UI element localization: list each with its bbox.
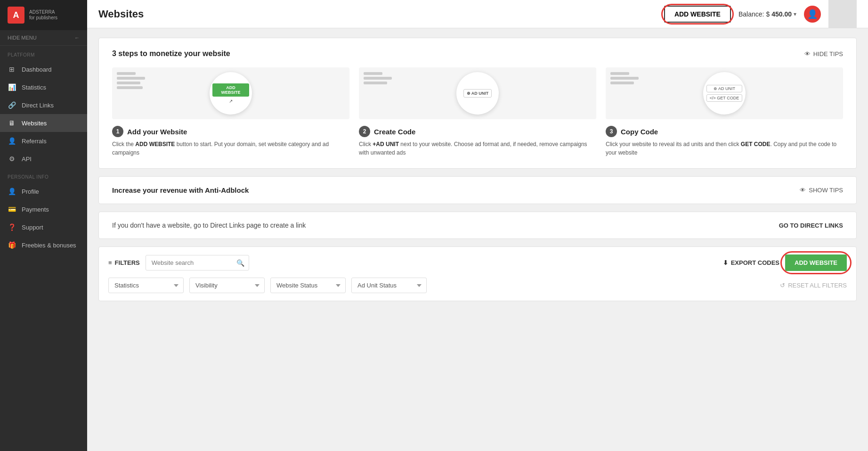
direct-links-icon: 🔗: [8, 101, 16, 109]
freebies-icon: 🎁: [8, 241, 16, 249]
profile-icon: 👤: [8, 188, 16, 195]
step-3-number-row: 3 Copy Code: [606, 126, 658, 137]
logo-icon: A: [8, 7, 24, 24]
step-2-name: Create Code: [374, 128, 415, 136]
sidebar-section-platform: PLATFORM ⊞ Dashboard 📊 Statistics 🔗 Dire…: [0, 46, 87, 168]
arrow-left-icon: ←: [74, 35, 80, 41]
hide-menu-button[interactable]: HIDE MENU ←: [0, 30, 87, 46]
logo-text: ADSTERRA for publishers: [29, 9, 57, 21]
page-title: Websites: [98, 8, 657, 20]
dropdowns-row: Statistics Visibility Website Status Ad …: [108, 278, 847, 293]
referrals-icon: 👤: [8, 137, 16, 145]
sidebar-item-payments[interactable]: 💳 Payments: [0, 200, 87, 218]
step-1-circle-content: ADD WEBSITE ↗: [210, 81, 252, 107]
step-2-circle-content: ⊕ AD UNIT: [461, 86, 495, 100]
tips-header: 3 steps to monetize your website 👁 HIDE …: [112, 49, 843, 58]
go-to-direct-links-button[interactable]: GO TO DIRECT LINKS: [779, 222, 843, 229]
direct-links-card: If you don't have a website, go to Direc…: [98, 212, 857, 239]
visibility-dropdown[interactable]: Visibility: [189, 278, 265, 293]
step-1-illustration: ADD WEBSITE ↗: [112, 67, 349, 119]
step-2-illustration: ⊕ AD UNIT: [359, 67, 596, 119]
sidebar-item-label: Payments: [22, 206, 49, 213]
sidebar-item-freebies[interactable]: 🎁 Freebies & bonuses: [0, 236, 87, 254]
filters-card: ≡ FILTERS 🔍 ⬇ EXPORT CODES ADD WEBSITE S…: [98, 246, 857, 301]
download-icon: ⬇: [723, 259, 728, 266]
sidebar-item-label: Referrals: [22, 138, 47, 145]
hide-tips-button[interactable]: 👁 HIDE TIPS: [804, 50, 843, 57]
eye-off-icon: 👁: [804, 50, 811, 57]
tips-title: 3 steps to monetize your website: [112, 49, 230, 58]
step-3-desc: Click your website to reveal its ad unit…: [606, 140, 843, 157]
balance-display: Balance: $ 450.00 ▾: [738, 10, 796, 18]
sidebar-item-label: Dashboard: [22, 66, 52, 73]
sidebar-item-dashboard[interactable]: ⊞ Dashboard: [0, 60, 87, 78]
balance-amount: 450.00: [771, 10, 792, 18]
personal-section-label: PERSONAL INFO: [0, 168, 87, 182]
sidebar-item-support[interactable]: ❓ Support: [0, 218, 87, 236]
website-search-input[interactable]: [146, 255, 249, 271]
user-icon: 👤: [807, 9, 818, 19]
sidebar-item-statistics[interactable]: 📊 Statistics: [0, 78, 87, 96]
add-website-main-button[interactable]: ADD WEBSITE: [785, 254, 847, 271]
export-codes-button[interactable]: ⬇ EXPORT CODES: [723, 259, 779, 266]
step-3-circle: ⊕ AD UNIT </> GET CODE: [703, 72, 746, 115]
sidebar-item-label: API: [22, 156, 32, 163]
sidebar-item-label: Statistics: [22, 84, 46, 91]
step-1-bg-lines: [117, 72, 145, 89]
statistics-icon: 📊: [8, 83, 16, 91]
sidebar-item-websites[interactable]: 🖥 Websites: [0, 114, 87, 132]
tips-card: 3 steps to monetize your website 👁 HIDE …: [98, 38, 857, 169]
step-1: ADD WEBSITE ↗ 1 Add your Website Click t…: [112, 67, 349, 157]
sidebar: A ADSTERRA for publishers HIDE MENU ← PL…: [0, 0, 87, 451]
step-3-circle-content: ⊕ AD UNIT </> GET CODE: [704, 82, 745, 105]
main-area: Websites ADD WEBSITE Balance: $ 450.00 ▾…: [87, 0, 868, 451]
statistics-dropdown[interactable]: Statistics: [108, 278, 184, 293]
balance-label: Balance:: [738, 10, 764, 18]
step-3-bg-lines: [610, 72, 639, 84]
step-3-illustration: ⊕ AD UNIT </> GET CODE: [606, 67, 843, 119]
chevron-down-icon[interactable]: ▾: [794, 11, 796, 17]
sidebar-item-direct-links[interactable]: 🔗 Direct Links: [0, 96, 87, 114]
website-status-dropdown[interactable]: Website Status: [270, 278, 346, 293]
anti-adblock-title: Increase your revenue with Anti-Adblock: [112, 186, 249, 194]
payments-icon: 💳: [8, 205, 16, 213]
sidebar-item-api[interactable]: ⚙ API: [0, 150, 87, 168]
step-2-circle: ⊕ AD UNIT: [456, 72, 499, 115]
show-tips-button[interactable]: 👁 SHOW TIPS: [800, 187, 843, 194]
step-3: ⊕ AD UNIT </> GET CODE 3 Copy Code Click…: [606, 67, 843, 157]
step-3-number: 3: [606, 126, 617, 137]
sidebar-logo: A ADSTERRA for publishers: [0, 0, 87, 30]
sidebar-item-label: Support: [22, 224, 43, 231]
user-avatar[interactable]: 👤: [804, 6, 821, 23]
step-2-number-row: 2 Create Code: [359, 126, 415, 137]
sidebar-section-personal: PERSONAL INFO 👤 Profile 💳 Payments ❓ Sup…: [0, 168, 87, 254]
ad-unit-status-dropdown[interactable]: Ad Unit Status: [351, 278, 427, 293]
websites-icon: 🖥: [8, 119, 16, 127]
direct-links-text: If you don't have a website, go to Direc…: [112, 221, 306, 229]
step-1-name: Add your Website: [127, 128, 187, 136]
balance-currency: $: [766, 10, 770, 18]
step-1-number-row: 1 Add your Website: [112, 126, 187, 137]
reset-filters-button[interactable]: ↺ RESET ALL FILTERS: [780, 282, 847, 289]
anti-adblock-card: Increase your revenue with Anti-Adblock …: [98, 176, 857, 204]
reset-icon: ↺: [780, 282, 785, 289]
sidebar-item-referrals[interactable]: 👤 Referrals: [0, 132, 87, 150]
step-3-name: Copy Code: [621, 128, 658, 136]
sidebar-item-label: Freebies & bonuses: [22, 242, 76, 249]
dashboard-icon: ⊞: [8, 66, 16, 73]
step-1-number: 1: [112, 126, 123, 137]
filter-icon: ≡: [108, 259, 112, 266]
add-website-header-button[interactable]: ADD WEBSITE: [664, 6, 731, 23]
platform-section-label: PLATFORM: [0, 46, 87, 60]
filters-label: ≡ FILTERS: [108, 259, 140, 266]
api-icon: ⚙: [8, 155, 16, 163]
header-spacer: [828, 0, 857, 28]
filters-row: ≡ FILTERS 🔍 ⬇ EXPORT CODES ADD WEBSITE: [108, 254, 847, 271]
main-content: 3 steps to monetize your website 👁 HIDE …: [87, 28, 868, 451]
sidebar-item-label: Profile: [22, 188, 39, 195]
step-2: ⊕ AD UNIT 2 Create Code Click +AD UNIT n…: [359, 67, 596, 157]
sidebar-item-label: Direct Links: [22, 102, 54, 109]
page-header: Websites ADD WEBSITE Balance: $ 450.00 ▾…: [87, 0, 868, 28]
step-1-add-website-mini: ADD WEBSITE: [212, 83, 249, 97]
sidebar-item-profile[interactable]: 👤 Profile: [0, 182, 87, 200]
